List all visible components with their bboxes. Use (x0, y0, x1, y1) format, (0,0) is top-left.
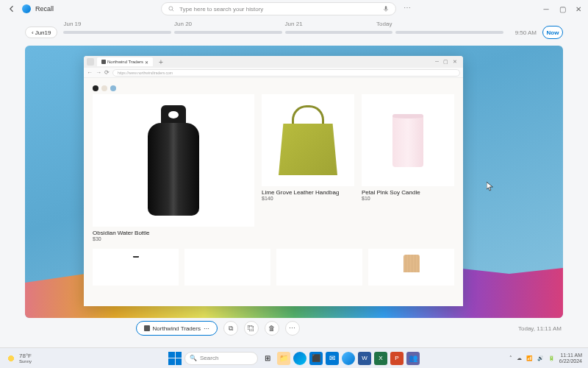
bag-image (279, 105, 337, 175)
product-card[interactable]: Obsidian Water Bottle $30 (93, 94, 254, 241)
delete-button[interactable]: 🗑 (265, 321, 279, 336)
more-icon[interactable]: ⋯ (404, 4, 414, 14)
browser-close[interactable]: ✕ (453, 59, 457, 65)
browser-toolbar: ←→⟳ https://www.northwindtraders.com (84, 68, 463, 78)
minimize-button[interactable]: ─ (542, 5, 550, 13)
recall-app-icon (22, 4, 31, 13)
page-content: Obsidian Water Bottle $30 Lime Grove Lea… (84, 78, 463, 306)
recall-icon[interactable] (342, 352, 355, 365)
battery-icon[interactable]: 🔋 (548, 355, 555, 361)
browser-forward-icon[interactable]: → (96, 69, 101, 76)
snapshot-app-pill[interactable]: Northwind Traders ⋯ (136, 321, 218, 336)
product-row-2 (93, 249, 454, 286)
app-name: Recall (35, 5, 54, 13)
timeline-back-button[interactable]: ‹ Jun19 (25, 26, 57, 38)
snapshot-timestamp: Today, 11:11 AM (518, 325, 562, 332)
color-swatches (93, 85, 454, 91)
search-input[interactable]: Type here to search your history (161, 2, 396, 15)
product-card[interactable]: Lime Grove Leather Handbag $140 (262, 94, 354, 241)
browser-minimize[interactable]: ─ (435, 59, 439, 65)
word-icon[interactable]: W (358, 352, 371, 365)
swatch-black[interactable] (93, 85, 98, 91)
teams-icon[interactable]: 👥 (406, 352, 420, 365)
sun-icon (6, 353, 16, 364)
browser-window: Northwind Traders ✕ + ─▢✕ ←→⟳ https://ww… (84, 56, 463, 306)
edge-icon[interactable] (293, 352, 306, 365)
volume-icon[interactable]: 🔊 (537, 355, 544, 361)
wifi-icon[interactable]: 📶 (526, 355, 533, 361)
outlook-icon[interactable]: ✉ (326, 352, 339, 365)
product-thumb[interactable] (368, 249, 454, 286)
taskbar-search[interactable]: 🔍 Search (184, 352, 258, 365)
store-icon[interactable]: ⬛ (309, 352, 323, 365)
extract-text-button[interactable]: ⧉ (223, 321, 238, 336)
microphone-icon[interactable] (382, 5, 390, 13)
address-bar[interactable]: https://www.northwindtraders.com (112, 69, 460, 77)
swatch-cream[interactable] (101, 85, 107, 91)
timeline-track[interactable]: Jun 19 Jun 20 Jun 21 Today (63, 31, 503, 34)
more-button[interactable]: ⋯ (285, 321, 300, 336)
svg-point-0 (169, 7, 173, 10)
system-tray[interactable]: ˄ ☁ 📶 🔊 🔋 11:11 AM6/22/2024 (509, 353, 582, 364)
product-card[interactable]: Petal Pink Soy Candle $10 (362, 94, 454, 241)
now-button[interactable]: Now (542, 26, 563, 39)
swatch-blue[interactable] (110, 85, 116, 91)
window-controls: ─ ▢ ✕ (542, 5, 582, 13)
browser-tab[interactable]: Northwind Traders ✕ (97, 57, 153, 66)
taskbar: 78°FSunny 🔍 Search ⊞ 📁 ⬛ ✉ W X P 👥 ˄ ☁ 📶… (0, 347, 588, 368)
browser-maximize[interactable]: ▢ (443, 59, 448, 65)
weather-widget[interactable]: 78°FSunny (6, 353, 32, 364)
task-view-icon[interactable]: ⊞ (261, 352, 274, 365)
clock[interactable]: 11:11 AM6/22/2024 (559, 353, 582, 364)
profile-icon[interactable] (87, 58, 94, 66)
browser-back-icon[interactable]: ← (87, 69, 93, 76)
timeline-time: 9:50 AM (515, 29, 537, 36)
explorer-icon[interactable]: 📁 (277, 352, 290, 365)
snapshot-toolbar: Northwind Traders ⋯ ⧉ ⿻ 🗑 ⋯ Today, 11:11… (0, 319, 588, 337)
start-button[interactable] (168, 352, 182, 365)
svg-rect-1 (385, 6, 387, 10)
product-thumb[interactable] (276, 249, 362, 286)
bottle-image (140, 105, 207, 216)
timeline: ‹ Jun19 Jun 19 Jun 20 Jun 21 Today 9:50 … (0, 22, 588, 43)
browser-tabbar: Northwind Traders ✕ + ─▢✕ (84, 56, 463, 68)
excel-icon[interactable]: X (374, 352, 387, 365)
candle-image (392, 114, 423, 167)
titlebar: Recall Type here to search your history … (0, 0, 588, 18)
back-button[interactable] (6, 3, 18, 15)
copy-button[interactable]: ⿻ (244, 321, 259, 336)
product-thumb[interactable] (184, 249, 270, 286)
close-button[interactable]: ✕ (575, 5, 582, 13)
chevron-up-icon[interactable]: ˄ (509, 355, 512, 361)
new-tab-button[interactable]: + (156, 58, 166, 66)
search-placeholder: Type here to search your history (179, 6, 378, 13)
snapshot-viewport: Northwind Traders ✕ + ─▢✕ ←→⟳ https://ww… (25, 46, 563, 318)
cloud-icon[interactable]: ☁ (517, 355, 522, 361)
browser-refresh-icon[interactable]: ⟳ (104, 69, 110, 76)
search-icon (168, 5, 175, 13)
product-thumb[interactable] (93, 249, 179, 286)
maximize-button[interactable]: ▢ (559, 5, 566, 13)
powerpoint-icon[interactable]: P (390, 352, 404, 365)
